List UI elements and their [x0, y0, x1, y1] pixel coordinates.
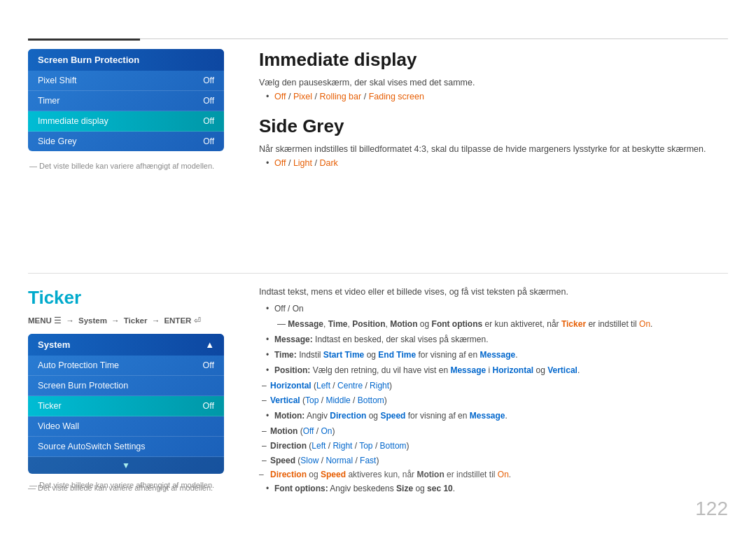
disclaimer-text: — Det viste billede kan variere afhængig…: [28, 162, 224, 170]
list-item[interactable]: Auto Protection Time Off: [28, 356, 224, 376]
list-item[interactable]: Side Grey Off: [28, 132, 224, 151]
system-label: System: [78, 316, 109, 325]
motion-sub-label: Motion: [270, 426, 300, 436]
sep7: /: [352, 441, 359, 451]
ticker-desc: Indtast tekst, mens et video eller et bi…: [259, 287, 728, 297]
d-right: Right: [332, 441, 352, 451]
motion-off-on: Motion (Off / On): [259, 425, 728, 437]
time-desc: Indstil Start Time og End Time for visni…: [299, 350, 517, 360]
arrow-1: →: [66, 316, 74, 325]
h-centre: Centre: [337, 381, 363, 391]
option-fading: Fading screen: [369, 92, 424, 101]
side-grey-title: Side Grey: [259, 115, 728, 137]
item-label: Ticker: [38, 401, 62, 411]
item-value: Off: [203, 360, 214, 370]
sep9: /: [318, 456, 326, 465]
screen-burn-panel: Screen Burn Protection Pixel Shift Off T…: [28, 49, 224, 170]
v-middle: Middle: [326, 395, 350, 405]
right-content-panel: Immediate display Vælg den pauseskærm, d…: [259, 49, 728, 182]
time-label: Time:: [274, 350, 297, 360]
option-off: Off: [274, 158, 286, 168]
menu-icon: ☰: [54, 316, 64, 325]
immediate-display-desc: Vælg den pauseskærm, der skal vises med …: [259, 78, 728, 87]
close5: ): [376, 456, 379, 465]
item-label: Side Grey: [38, 136, 77, 146]
close4: ): [407, 441, 410, 451]
m-on: On: [321, 426, 332, 436]
menu-header: Screen Burn Protection: [28, 49, 224, 71]
message-desc: Indtast en besked, der skal vises på skæ…: [315, 335, 488, 344]
option-off: Off: [274, 92, 286, 101]
item-value: Off: [203, 76, 214, 85]
screen-burn-menu: Screen Burn Protection Pixel Shift Off T…: [28, 49, 224, 151]
position-label: Position:: [274, 365, 310, 375]
list-item: Position: Vælg den retning, du vil have …: [266, 364, 728, 377]
close1: ): [389, 381, 392, 391]
immediate-display-title: Immediate display: [259, 49, 728, 71]
item-label: Timer: [38, 96, 59, 106]
font-options-label: Font options:: [274, 484, 328, 493]
list-item[interactable]: Source AutoSwitch Settings: [28, 437, 224, 457]
side-grey-options: Off / Light / Dark: [266, 158, 728, 168]
vertical-option: Vertical (Top / Middle / Bottom): [259, 394, 728, 407]
off-on-text: Off / On: [274, 304, 304, 314]
motion-label: Motion:: [274, 411, 304, 421]
page-number: 122: [695, 498, 728, 520]
dash-icon: —: [277, 319, 288, 329]
enter-icon: ⏎: [194, 316, 201, 325]
menu-label: MENU: [28, 316, 52, 325]
bottom-disclaimer: — Det viste billede kan variere afhængig…: [28, 484, 213, 492]
item-label: Screen Burn Protection: [38, 381, 128, 391]
list-item-active[interactable]: Immediate display Off: [28, 111, 224, 132]
option-sep: /: [364, 92, 369, 101]
list-item: Off / Light / Dark: [266, 158, 728, 168]
list-item[interactable]: Screen Burn Protection: [28, 376, 224, 396]
menu-footer: ▼: [28, 457, 224, 474]
item-label: Auto Protection Time: [38, 360, 119, 370]
chevron-down-icon: ▼: [122, 461, 130, 470]
item-value: Off: [203, 96, 214, 106]
horizontal-text: Horizontal: [270, 381, 312, 391]
list-item: Off / On: [266, 302, 728, 315]
font-options-list: Font options: Angiv beskedens Size og se…: [266, 482, 728, 495]
arrow-2: →: [111, 316, 120, 325]
option-rolling: Rolling bar: [319, 92, 361, 101]
v-top: Top: [305, 395, 318, 405]
system-menu-header: System ▲: [28, 334, 224, 356]
ticker-title: Ticker: [28, 287, 224, 309]
direction-option: Direction (Left / Right / Top / Bottom): [259, 440, 728, 452]
s-normal: Normal: [326, 456, 353, 465]
system-label: System: [38, 339, 70, 350]
arrow-3: →: [152, 316, 160, 325]
sep10: /: [353, 456, 360, 465]
list-item: Font options: Angiv beskedens Size og se…: [266, 482, 728, 495]
list-item[interactable]: Timer Off: [28, 91, 224, 111]
list-item[interactable]: Video Wall: [28, 416, 224, 437]
list-item: Time: Indstil Start Time og End Time for…: [266, 349, 728, 361]
immediate-display-options: Off / Pixel / Rolling bar / Fading scree…: [266, 92, 728, 101]
list-item-note: — Message, Time, Position, Motion og Fon…: [266, 318, 728, 330]
h-right: Right: [370, 381, 389, 391]
message-label: Message:: [274, 335, 313, 344]
sep4: /: [351, 395, 358, 405]
sep2: /: [363, 381, 370, 391]
top-accent: [28, 38, 140, 41]
option-sep: /: [288, 158, 293, 168]
vertical-text: Vertical: [270, 395, 300, 405]
option-light: Light: [293, 158, 312, 168]
item-label: Pixel Shift: [38, 76, 77, 85]
close3: ): [332, 426, 335, 436]
item-label: Video Wall: [38, 421, 79, 431]
list-item-ticker[interactable]: Ticker Off: [28, 396, 224, 416]
d-top: Top: [359, 441, 372, 451]
sep6: /: [326, 441, 332, 451]
horizontal-option: Horizontal (Left / Centre / Right): [259, 379, 728, 392]
s-fast: Fast: [360, 456, 376, 465]
d-bottom: Bottom: [380, 441, 407, 451]
item-value: Off: [203, 116, 214, 126]
list-item[interactable]: Pixel Shift Off: [28, 71, 224, 91]
m-off: Off: [303, 426, 314, 436]
motion-bullets: Motion: Angiv Direction og Speed for vis…: [266, 409, 728, 422]
note-text-2: Direction og Speed aktiveres kun, når Mo…: [270, 470, 511, 479]
chevron-up-icon: ▲: [205, 339, 214, 350]
